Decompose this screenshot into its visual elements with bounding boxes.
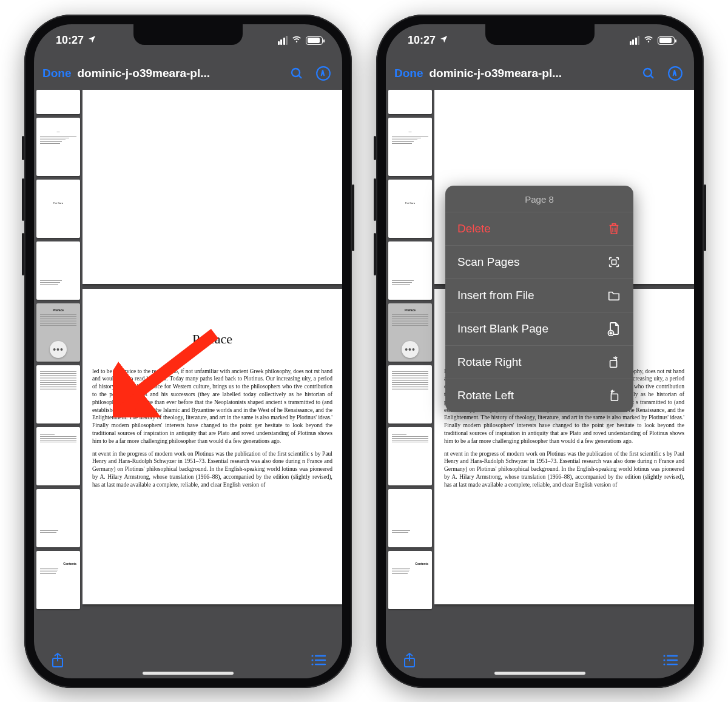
power-button[interactable] [704,184,706,251]
document-title: dominic-j-o39meara-pl... [78,67,281,80]
volume-up-button[interactable] [22,178,24,221]
thumbnail-strip[interactable]: — For Cara Preface ••• Contents [34,90,83,642]
svg-point-6 [311,655,313,656]
menu-item-label: Scan Pages [457,255,519,269]
menu-item-label: Rotate Left [457,389,514,402]
page-heading: Preface [92,331,332,347]
page-thumbnail[interactable]: For Cara [36,180,80,238]
svg-point-8 [311,659,313,661]
svg-point-20 [663,655,665,656]
content-area: — For Cara Preface ••• Contents Preface … [386,90,694,642]
page-thumbnail[interactable] [36,90,80,114]
page-actions-button[interactable]: ••• [402,341,419,358]
svg-point-24 [663,663,665,665]
svg-rect-18 [611,394,618,400]
volume-down-button[interactable] [374,233,376,275]
folder-icon [607,288,621,303]
page-thumbnail[interactable] [388,365,432,424]
share-icon[interactable] [399,650,420,670]
thumbnail-strip[interactable]: — For Cara Preface ••• Contents [386,90,434,642]
rotate-right-icon [607,355,621,370]
search-icon[interactable] [638,63,659,84]
svg-point-22 [663,659,665,661]
power-button[interactable] [352,184,354,251]
volume-up-button[interactable] [374,178,376,221]
menu-item-insert-from-file[interactable]: Insert from File [445,278,633,312]
menu-item-insert-blank-page[interactable]: Insert Blank Page [445,312,633,345]
phone-left: 10:27 Done dominic-j-o39meara-pl... [24,15,352,688]
document-page[interactable] [83,90,342,284]
menu-item-scan-pages[interactable]: Scan Pages [445,245,633,278]
page-thumbnail[interactable] [388,90,432,114]
phone-right: 10:27 Done dominic-j-o39meara-pl... [376,15,704,688]
rotate-left-icon [607,388,621,403]
page-thumbnail[interactable]: Contents [388,551,432,609]
page-thumbnail-selected[interactable]: Preface ••• [36,303,80,362]
body-text: nt event in the progress of modern work … [444,450,684,489]
svg-line-13 [650,75,653,78]
status-time: 10:27 [56,34,84,47]
search-icon[interactable] [286,63,307,84]
battery-icon [306,36,323,45]
menu-item-rotate-right[interactable]: Rotate Right [445,345,633,379]
status-time: 10:27 [408,34,436,47]
context-menu-title: Page 8 [445,186,633,212]
done-button[interactable]: Done [42,67,72,80]
list-icon[interactable] [308,650,329,670]
svg-point-12 [644,69,652,76]
page-thumbnail[interactable]: Contents [36,551,80,609]
battery-icon [658,36,675,45]
menu-item-rotate-left[interactable]: Rotate Left [445,379,633,412]
share-icon[interactable] [47,650,68,670]
page-thumbnail[interactable]: For Cara [388,180,432,238]
menu-item-label: Insert from File [457,289,534,302]
markup-icon[interactable] [665,63,686,84]
page-thumbnail-selected[interactable]: Preface ••• [388,303,432,362]
document-title: dominic-j-o39meara-pl... [430,67,633,80]
home-indicator[interactable] [143,672,234,675]
location-icon [439,34,448,47]
nav-bar: Done dominic-j-o39meara-pl... [386,57,694,90]
menu-item-label: Delete [457,222,491,235]
home-indicator[interactable] [494,672,585,675]
wifi-icon [643,33,654,47]
menu-item-delete[interactable]: Delete [445,212,633,245]
menu-item-label: Rotate Right [457,356,522,369]
list-icon[interactable] [660,650,681,670]
page-thumbnail[interactable]: — [388,118,432,176]
mute-switch[interactable] [374,136,376,160]
done-button[interactable]: Done [394,67,423,80]
nav-bar: Done dominic-j-o39meara-pl... [34,57,342,90]
document-page[interactable]: Preface led to be of service to the read… [83,289,342,604]
body-text: led to be of service to the reader who, … [92,368,332,445]
svg-line-1 [298,75,302,78]
page-thumbnail[interactable] [388,241,432,300]
svg-point-10 [311,663,313,665]
page-thumbnail[interactable] [36,241,80,300]
cellular-icon [278,36,288,45]
volume-down-button[interactable] [22,233,24,275]
page-thumbnail[interactable] [36,365,80,424]
page-actions-button[interactable]: ••• [50,341,67,358]
menu-item-label: Insert Blank Page [457,322,548,336]
page-thumbnail[interactable] [36,427,80,485]
cellular-icon [630,36,640,45]
mute-switch[interactable] [22,136,24,160]
page-thumbnail[interactable]: — [36,118,80,176]
page-thumbnail[interactable] [388,427,432,485]
svg-point-0 [292,69,300,76]
screen: 10:27 Done dominic-j-o39meara-pl... [34,24,342,678]
wifi-icon [291,33,302,47]
body-text: nt event in the progress of modern work … [92,450,332,489]
page-context-menu: Page 8 Delete Scan Pages Insert from Fil… [445,186,633,412]
page-thumbnail[interactable] [36,489,80,547]
page-thumbnail[interactable] [388,489,432,547]
screen: 10:27 Done dominic-j-o39meara-pl... [386,24,694,678]
content-area: — For Cara Preface ••• Contents Preface … [34,90,342,642]
page-viewer[interactable]: Preface led to be of service to the read… [83,90,342,642]
location-icon [87,34,96,47]
notch [485,24,595,45]
markup-icon[interactable] [313,63,334,84]
scan-icon [607,255,621,269]
add-page-icon [607,322,621,336]
